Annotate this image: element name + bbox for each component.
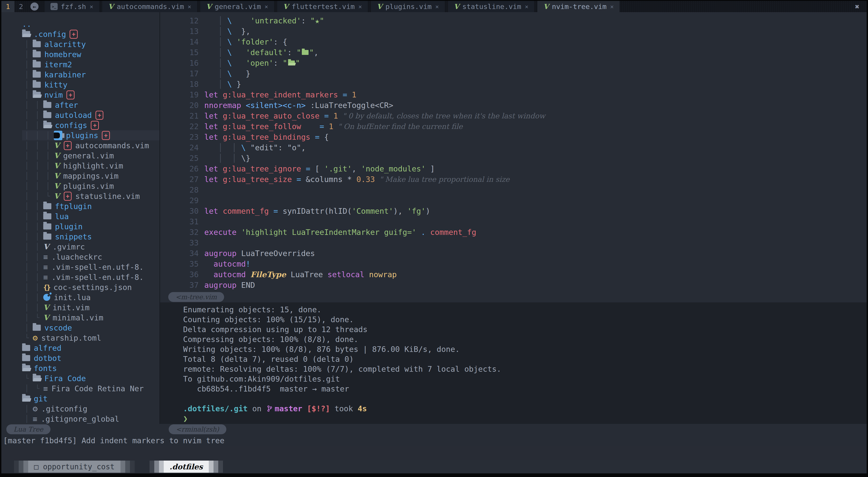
tree-item[interactable]: │└≡Fira Code Retina Ner — [1, 383, 159, 394]
editor-tab[interactable]: Vfluttertest.vim× — [277, 1, 368, 12]
text-file-icon: ≡ — [43, 273, 48, 282]
tree-item[interactable]: │iterm2 — [1, 59, 159, 70]
folder-icon — [33, 82, 41, 88]
tmux-window[interactable]: □ opportunity_cost — [14, 461, 135, 473]
tab-close-icon[interactable]: × — [435, 3, 439, 10]
tmux-window-indicator[interactable]: 1 — [1, 1, 14, 12]
file-tree-panel[interactable]: ...config+│alacritty│homebrew│iterm2│kar… — [1, 12, 160, 424]
tree-item[interactable]: │││Vmappings.vim — [1, 171, 159, 181]
code-line: 35 autocmd! — [160, 259, 867, 269]
terminal-token: master — [275, 404, 302, 413]
tab-close-icon[interactable]: × — [358, 3, 362, 10]
editor-panel[interactable]: 12 │ \ 'untracked': "★"13 │ \ },14 │ \ '… — [160, 12, 867, 292]
tab-close-icon[interactable]: × — [525, 3, 528, 10]
tree-item[interactable]: ││└V+statusline.vim — [1, 191, 159, 201]
code-token: " Make lua tree proportional in size — [379, 175, 510, 183]
code-token: ) — [426, 207, 430, 215]
tree-item[interactable]: │vscode — [1, 322, 159, 333]
editor-tab[interactable]: Vgeneral.vim× — [200, 1, 274, 12]
tree-item[interactable]: ││after — [1, 100, 159, 110]
code-line: 26let g:lua_tree_ignore = [ '.git', 'nod… — [160, 163, 867, 174]
fade-segment — [130, 461, 135, 473]
tree-item[interactable]: │nvim+ — [1, 90, 159, 100]
tree-item[interactable]: git — [1, 394, 159, 404]
tree-item[interactable]: │alacritty — [1, 39, 159, 49]
tree-item[interactable]: └Fira Code — [1, 373, 159, 383]
tree-item[interactable]: │└Vminimal.vim — [1, 312, 159, 322]
code-token: comment_fg — [223, 207, 269, 215]
code-line: 23let g:lua_tree_bindings = { — [160, 132, 867, 142]
code-text: │ \ }, — [204, 27, 250, 36]
editor-tab[interactable]: Vplugins.vim× — [371, 1, 445, 12]
terminal-token: 4s — [358, 404, 367, 413]
tree-guide: │ — [22, 101, 33, 109]
vim-file-icon: V — [54, 161, 60, 170]
code-token: │ │ — [204, 143, 241, 152]
tree-item[interactable]: │││plugins+ — [1, 130, 159, 140]
tree-guide: │ — [22, 81, 33, 89]
tree-item[interactable]: ││autoload+ — [1, 110, 159, 120]
tree-item[interactable]: │⚙.gitconfig — [1, 404, 159, 414]
tree-item[interactable]: ││plugin — [1, 222, 159, 232]
tree-item[interactable]: │karabiner — [1, 70, 159, 80]
tree-item[interactable]: ││ftplugin — [1, 201, 159, 211]
editor-tab[interactable]: Vnvim-tree.vim× — [537, 1, 620, 12]
editor-tab[interactable]: Vstatusline.vim× — [448, 1, 534, 12]
line-number: 33 — [160, 238, 199, 247]
code-line: 25 │ │ \} — [160, 153, 867, 163]
tab-close-icon[interactable]: × — [610, 3, 614, 10]
folder-open-icon — [22, 396, 30, 402]
tree-item[interactable]: .config+ — [1, 29, 159, 39]
back-button[interactable]: ← — [28, 1, 41, 12]
tab-close-icon[interactable]: × — [90, 3, 93, 10]
tree-item-label: configs — [55, 121, 87, 130]
terminal-panel[interactable]: Enumerating objects: 15, done.Counting o… — [160, 302, 867, 424]
code-token — [232, 16, 250, 25]
tree-item[interactable]: ││≡.luacheckrc — [1, 252, 159, 262]
tree-item[interactable]: │≡.gitignore_global — [1, 414, 159, 424]
tree-item[interactable]: │kitty — [1, 80, 159, 90]
code-line: 36 autocmd FileType LuaTree setlocal now… — [160, 269, 867, 280]
code-line: 31 — [160, 216, 867, 227]
tree-item[interactable]: ││≡.vim-spell-en.utf-8. — [1, 272, 159, 282]
line-number: 19 — [160, 90, 199, 99]
tab-close-icon[interactable]: × — [265, 3, 268, 10]
code-text: let g:lua_tree_bindings = { — [204, 133, 329, 141]
tree-item[interactable]: │││Vplugins.vim — [1, 181, 159, 191]
tree-item-label: statusline.vim — [75, 192, 140, 201]
terminal-line: Writing objects: 100% (8/8), 876 bytes |… — [183, 344, 867, 354]
tree-item[interactable]: ││Vinit.vim — [1, 302, 159, 312]
tree-item[interactable]: fonts — [1, 363, 159, 373]
editor-tab[interactable]: >_fzf.sh× — [44, 1, 99, 12]
tab-close-icon[interactable]: × — [188, 3, 191, 10]
tree-item[interactable]: ││lua — [1, 211, 159, 222]
tree-item[interactable]: ││V.gvimrc — [1, 242, 159, 252]
tree-item[interactable]: │││Vhighlight.vim — [1, 161, 159, 171]
tree-item[interactable]: │││Vgeneral.vim — [1, 150, 159, 161]
code-token: ), — [393, 207, 407, 215]
tree-item[interactable]: .. — [1, 19, 159, 29]
tmux-window[interactable]: .dotfiles — [150, 461, 223, 473]
tree-guide: │ — [33, 131, 43, 139]
tmux-window-indicator[interactable]: 2 — [14, 1, 28, 12]
tree-item[interactable]: dotbot — [1, 353, 159, 363]
tree-item[interactable]: └⚙starship.toml — [1, 333, 159, 343]
code-token: nnoremap — [204, 101, 246, 110]
tree-item-label: vscode — [44, 323, 72, 332]
editor-tab[interactable]: Vautocommands.vim× — [102, 1, 197, 12]
tree-item[interactable]: ││init.lua — [1, 292, 159, 302]
tree-item[interactable]: ││{}coc-settings.json — [1, 282, 159, 292]
tree-item[interactable]: ││configs+ — [1, 120, 159, 130]
fade-segment — [209, 461, 214, 473]
tree-item[interactable]: │││V+autocommands.vim — [1, 140, 159, 150]
tree-item-label: ftplugin — [55, 202, 92, 211]
tree-guide: │ — [33, 172, 43, 180]
code-token: nowrap — [369, 270, 397, 279]
close-all-button[interactable]: ✖ — [848, 1, 867, 12]
tree-item[interactable]: alfred — [1, 343, 159, 353]
tree-item[interactable]: ││snippets — [1, 232, 159, 242]
terminal-line: To github.com:Akin909/dotfiles.git — [183, 374, 867, 384]
folder-open-glyph-icon — [288, 61, 295, 66]
tree-item[interactable]: ││≡.vim-spell-en.utf-8. — [1, 262, 159, 272]
tree-item[interactable]: │homebrew — [1, 49, 159, 59]
